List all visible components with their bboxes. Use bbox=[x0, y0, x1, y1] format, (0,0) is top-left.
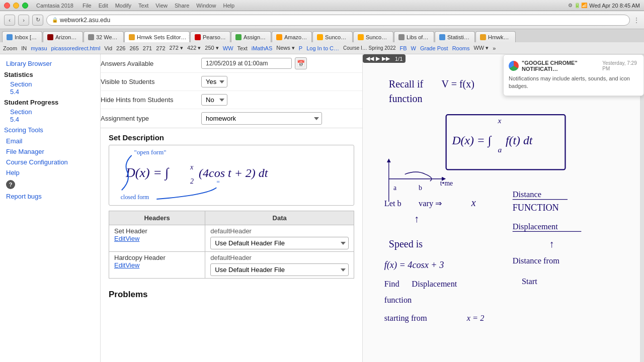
assignment-type-label: Assignment type bbox=[101, 115, 201, 122]
set-header-label: Set Header EditView bbox=[109, 225, 205, 252]
tab-hmwk-sets[interactable]: Hmwk Sets Editor… ✕ bbox=[124, 31, 190, 42]
visible-to-students-select[interactable]: Yes No bbox=[201, 76, 227, 87]
menu-modify[interactable]: Modify bbox=[115, 3, 131, 9]
minimize-button[interactable] bbox=[13, 3, 19, 9]
sidebar-item-course-configuration[interactable]: Course Configuration bbox=[0, 157, 100, 167]
math-box[interactable]: D(x) = ∫ x 2 (4cos t + 2) dt "open form"… bbox=[109, 145, 354, 206]
sidebar-item-email[interactable]: Email bbox=[0, 136, 100, 146]
tab-stat[interactable]: Statisti… bbox=[435, 31, 475, 42]
svg-text:x: x bbox=[498, 116, 502, 125]
svg-text:2: 2 bbox=[190, 177, 194, 185]
sidebar-section-number: 5.4 bbox=[10, 88, 96, 96]
hardcopy-header-text: Hardcopy Header bbox=[114, 254, 200, 261]
svg-text:FUNCTION: FUNCTION bbox=[513, 203, 559, 213]
reload-button[interactable]: ↻ bbox=[32, 15, 43, 26]
menu-file[interactable]: File bbox=[83, 3, 92, 9]
ww-picasso[interactable]: picassoredirect.html bbox=[51, 45, 101, 51]
tab-pearson[interactable]: Pearso… bbox=[190, 31, 230, 42]
tab-sunco2[interactable]: Sunco… bbox=[353, 31, 393, 42]
ww-in[interactable]: IN bbox=[21, 45, 27, 51]
ww-422[interactable]: 422 ▾ bbox=[187, 45, 201, 51]
tab-32we[interactable]: 32 We… bbox=[84, 31, 124, 42]
svg-text:D(x) = ∫: D(x) = ∫ bbox=[451, 134, 492, 148]
ww-fb[interactable]: FB bbox=[400, 45, 407, 51]
menu-text[interactable]: Text bbox=[138, 3, 148, 9]
svg-text:function: function bbox=[384, 295, 412, 305]
answers-available-input[interactable] bbox=[201, 58, 292, 69]
set-header-text: Set Header bbox=[114, 227, 200, 235]
set-description-title: Set Description bbox=[101, 128, 362, 145]
right-panel-scrollbar[interactable] bbox=[640, 54, 644, 362]
tab-amazon[interactable]: Amazo… bbox=[272, 31, 312, 42]
tab-assign[interactable]: Assign… bbox=[231, 31, 271, 42]
ww-rooms[interactable]: Rooms bbox=[452, 45, 470, 51]
tab-hmwk-close[interactable]: ✕ bbox=[188, 34, 190, 40]
hardcopy-header-editview[interactable]: EditView bbox=[114, 261, 200, 269]
close-button[interactable] bbox=[4, 3, 10, 9]
sidebar-scoring-tools[interactable]: Scoring Tools bbox=[0, 124, 100, 136]
set-header-data: defaultHeader Use Default Header File bbox=[205, 225, 354, 252]
table-row-hardcopy-header: Hardcopy Header EditView defaultHeader U… bbox=[109, 252, 354, 279]
address-bar[interactable]: 🔒 webwork2.asu.edu bbox=[46, 15, 630, 26]
visible-to-students-row: Visible to Students Yes No bbox=[101, 73, 362, 91]
svg-text:↑: ↑ bbox=[414, 213, 419, 224]
sidebar-sub-section[interactable]: Section 5.4 bbox=[0, 79, 100, 97]
ww-250[interactable]: 250 ▾ bbox=[205, 45, 218, 51]
ww-vid: Vid bbox=[104, 45, 112, 51]
question-icon: ? bbox=[6, 180, 15, 189]
answers-available-label: Answers Available bbox=[101, 60, 201, 67]
ww-p[interactable]: P bbox=[299, 45, 302, 51]
notif-title: "GOOGLE CHROME" NOTIFICATI… bbox=[522, 60, 599, 72]
menu-edit[interactable]: Edit bbox=[99, 3, 108, 9]
problems-title: Problems bbox=[101, 284, 362, 304]
sidebar-item-library-browser[interactable]: Library Browser bbox=[0, 58, 100, 69]
menu-view[interactable]: View bbox=[155, 3, 168, 9]
answers-available-row: Answers Available 📅 bbox=[101, 54, 362, 73]
form-container: Answers Available 📅 Visible to Students … bbox=[101, 54, 362, 128]
tab-inbox[interactable]: Inbox [… bbox=[2, 31, 42, 42]
tab-stat-label: Statisti… bbox=[447, 34, 469, 40]
ww-265: 265 bbox=[129, 45, 138, 51]
hide-hints-select[interactable]: No Yes bbox=[201, 94, 227, 106]
calendar-button[interactable]: 📅 bbox=[295, 57, 307, 69]
ww-gradepost[interactable]: Grade Post bbox=[420, 45, 448, 51]
col-headers: Headers bbox=[109, 211, 205, 225]
assignment-type-select[interactable]: homework gateway jitar proctored_gateway bbox=[201, 112, 322, 125]
svg-text:Start: Start bbox=[522, 277, 537, 286]
zoom-button[interactable] bbox=[22, 3, 28, 9]
ww-272b[interactable]: 272 ▾ bbox=[170, 45, 183, 51]
svg-text:t•me: t•me bbox=[440, 179, 453, 187]
set-header-dropdown[interactable]: Use Default Header File bbox=[210, 237, 349, 249]
sidebar-item-report-bugs[interactable]: Report bugs bbox=[0, 191, 100, 202]
ww-w[interactable]: W bbox=[411, 45, 416, 51]
ww-ww2[interactable]: WW ▾ bbox=[473, 45, 489, 51]
menu-window[interactable]: Window bbox=[196, 3, 216, 9]
menu-share[interactable]: Share bbox=[175, 3, 189, 9]
menu-help[interactable]: Help bbox=[223, 3, 234, 9]
video-play-btn[interactable]: ▶ bbox=[376, 55, 380, 62]
hardcopy-header-dropdown[interactable]: Use Default Header File bbox=[210, 263, 349, 276]
back-button[interactable]: ‹ bbox=[4, 15, 15, 26]
video-prev-btn[interactable]: ◀◀ bbox=[366, 55, 374, 62]
tab-hmwk2[interactable]: Hmwk… bbox=[475, 31, 516, 42]
extensions-icon[interactable]: ⋮ bbox=[633, 16, 640, 24]
sidebar-item-help[interactable]: Help bbox=[0, 167, 100, 178]
ww-news[interactable]: News ▾ bbox=[276, 45, 295, 51]
ww-myasu[interactable]: myasu bbox=[31, 45, 47, 51]
tab-arizona[interactable]: Arizon… bbox=[43, 31, 83, 42]
forward-button[interactable]: › bbox=[18, 15, 29, 26]
tab-libs[interactable]: Libs of… bbox=[394, 31, 434, 42]
svg-text:vary ⇒: vary ⇒ bbox=[419, 199, 442, 208]
set-header-editview[interactable]: EditView bbox=[114, 235, 200, 242]
ww-ww[interactable]: WW bbox=[223, 45, 233, 51]
sidebar-item-file-manager[interactable]: File Manager bbox=[0, 146, 100, 157]
svg-text:x: x bbox=[190, 163, 194, 171]
video-next-btn[interactable]: ▶▶ bbox=[382, 55, 390, 62]
ww-zoom[interactable]: Zoom bbox=[3, 45, 17, 51]
ww-226: 226 bbox=[116, 45, 125, 51]
ww-more[interactable]: » bbox=[493, 45, 496, 51]
sidebar-sub-section2[interactable]: Section 5.4 bbox=[0, 107, 100, 124]
ww-imaths[interactable]: iMathAS bbox=[252, 45, 273, 51]
tab-sunco1[interactable]: Sunco… bbox=[312, 31, 353, 42]
ww-login[interactable]: Log In to C… bbox=[306, 45, 339, 51]
